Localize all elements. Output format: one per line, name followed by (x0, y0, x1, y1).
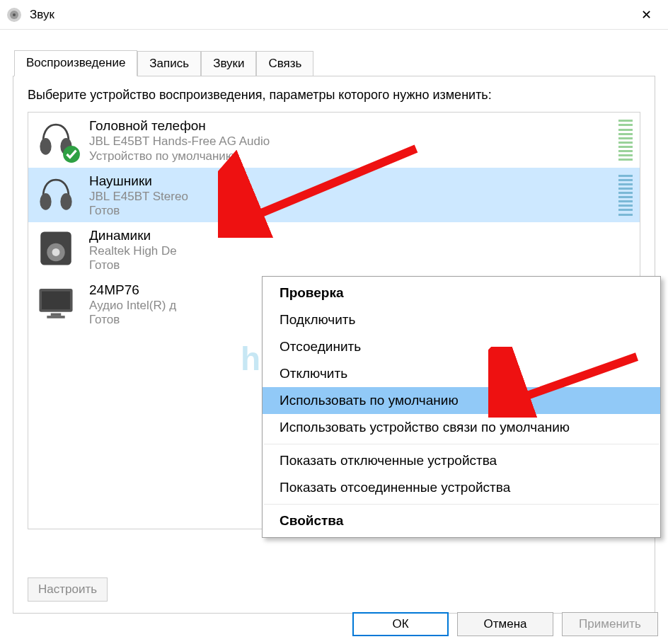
menu-item-show-disabled[interactable]: Показать отключенные устройства (263, 447, 660, 474)
menu-item-connect[interactable]: Подключить (263, 306, 660, 333)
menu-item-test[interactable]: Проверка (263, 280, 660, 306)
svg-line-18 (505, 357, 637, 403)
svg-rect-13 (51, 314, 62, 316)
window-title: Звук (30, 8, 54, 22)
apply-button[interactable]: Применить (562, 612, 658, 636)
tab-sounds[interactable]: Звуки (201, 51, 256, 76)
cancel-button[interactable]: Отмена (457, 612, 553, 636)
titlebar[interactable]: Звук ✕ (0, 0, 668, 30)
speaker-icon (35, 228, 76, 269)
tabstrip: Воспроизведение Запись Звуки Связь (14, 50, 668, 76)
headphones-icon (35, 118, 76, 159)
tab-communications[interactable]: Связь (256, 51, 313, 76)
app-icon (6, 6, 23, 23)
svg-rect-14 (47, 316, 64, 318)
menu-separator (264, 444, 659, 444)
device-name: Головной телефон (89, 118, 631, 134)
configure-button[interactable]: Настроить (28, 577, 108, 602)
device-desc: Realtek High De (89, 243, 631, 258)
close-icon: ✕ (641, 7, 652, 23)
svg-point-10 (52, 248, 60, 256)
dialog-buttons: ОК Отмена Применить (0, 604, 668, 644)
svg-point-7 (60, 193, 71, 210)
menu-separator (264, 504, 659, 505)
tab-recording[interactable]: Запись (137, 51, 201, 76)
svg-point-6 (40, 193, 51, 210)
svg-point-2 (13, 13, 16, 16)
monitor-icon (35, 282, 76, 323)
instruction-text: Выберите устройство воспроизведения, пар… (28, 86, 640, 103)
menu-item-properties[interactable]: Свойства (263, 507, 660, 534)
headphones-icon (35, 173, 76, 214)
level-meter (618, 120, 633, 161)
ok-button[interactable]: ОК (352, 612, 449, 636)
menu-item-show-disconnected[interactable]: Показать отсоединенные устройства (263, 474, 660, 501)
svg-line-16 (239, 149, 416, 222)
default-check-icon (62, 145, 81, 163)
level-meter (618, 175, 633, 216)
device-status: Готов (89, 258, 631, 272)
svg-point-3 (40, 138, 51, 155)
close-button[interactable]: ✕ (630, 4, 662, 25)
menu-item-set-default-comm[interactable]: Использовать устройство связи по умолчан… (263, 414, 660, 441)
annotation-arrow-icon (218, 139, 430, 238)
annotation-arrow-icon (488, 347, 651, 418)
svg-rect-12 (42, 292, 70, 309)
sound-window: Звук ✕ Воспроизведение Запись Звуки Связ… (0, 0, 668, 644)
tab-playback[interactable]: Воспроизведение (14, 50, 137, 76)
